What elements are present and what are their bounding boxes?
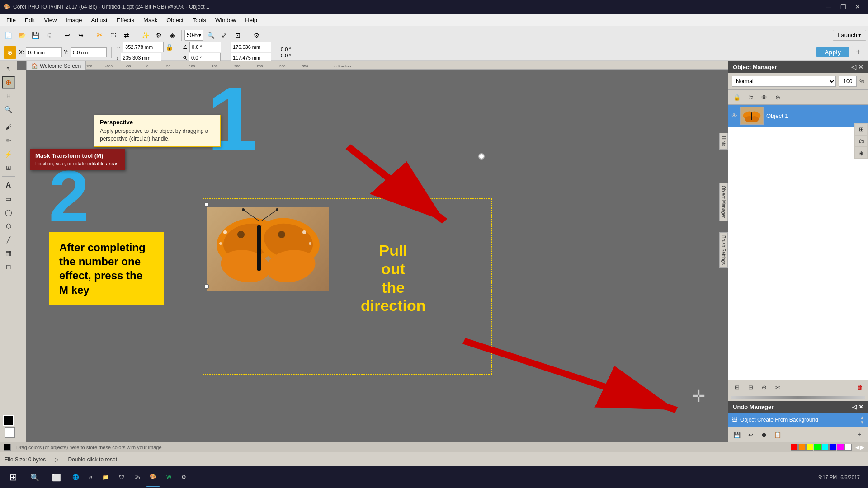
foreground-color[interactable]	[3, 415, 14, 426]
side-btn-3[interactable]: ◈	[855, 147, 867, 158]
object-manager-tab[interactable]: Object Manager	[719, 183, 728, 221]
menu-mask[interactable]: Mask	[139, 15, 162, 25]
object-layer-item[interactable]: 👁 Object 1	[728, 105, 868, 127]
w2-input[interactable]	[231, 42, 271, 52]
lock-button[interactable]: 🔒	[731, 92, 743, 103]
perspective-handle-tl[interactable]	[204, 202, 209, 207]
undo-close-button[interactable]: ✕	[859, 404, 863, 410]
side-btn-1[interactable]: ⊞	[855, 124, 867, 135]
eye-icon[interactable]: 👁	[731, 112, 737, 119]
rectangle-tool[interactable]: ▭	[2, 192, 15, 205]
text-tool[interactable]: A	[2, 179, 15, 192]
polygon-tool[interactable]: ⬡	[2, 220, 15, 232]
lock-icon[interactable]: 🔒	[165, 43, 173, 51]
taskbar-app2[interactable]: ⚙	[178, 468, 190, 487]
line-tool[interactable]: ╱	[2, 233, 15, 246]
welcome-tab[interactable]: 🏠 Welcome Screen	[26, 61, 86, 70]
effects-button[interactable]: ✨	[139, 29, 151, 42]
taskbar-store[interactable]: 🛍	[131, 468, 143, 487]
combine-button[interactable]: ⊕	[758, 382, 770, 393]
taskbar-corel[interactable]: 🎨	[146, 468, 160, 487]
swatch-orange[interactable]	[798, 444, 806, 451]
scroll-down-arrow[interactable]: ▼	[860, 420, 864, 425]
filter-button[interactable]: ⚙	[152, 29, 165, 42]
hints-tab[interactable]: Hints	[719, 133, 728, 150]
print-button[interactable]: 🖨	[42, 29, 55, 42]
paint-tool[interactable]: ✏	[2, 134, 15, 147]
menu-help[interactable]: Help	[241, 15, 262, 25]
taskbar-explorer[interactable]: 📁	[99, 468, 113, 487]
plus-button[interactable]: +	[852, 46, 864, 59]
settings-button[interactable]: ⚙	[250, 29, 263, 42]
crop-tool[interactable]: ⌗	[2, 89, 15, 102]
close-panel-button[interactable]: ✕	[858, 63, 863, 70]
color-right-arrow[interactable]: ▶	[860, 444, 864, 450]
taskbar-edge[interactable]: 🌐	[69, 468, 83, 487]
clone-tool[interactable]: ⊞	[2, 161, 15, 174]
perspective-handle-bl[interactable]	[204, 284, 209, 289]
swatch-green[interactable]	[814, 444, 821, 451]
menu-object[interactable]: Object	[162, 15, 188, 25]
status-icon[interactable]: ▷	[55, 456, 59, 463]
redo-button[interactable]: ↪	[75, 29, 87, 42]
add-undo-button[interactable]: +	[854, 429, 865, 440]
restore-button[interactable]: ❐	[836, 2, 850, 11]
crop-button[interactable]: ✂	[93, 29, 106, 42]
swatch-white[interactable]	[844, 444, 852, 451]
menu-tools[interactable]: Tools	[188, 15, 211, 25]
perspective-handle-tr[interactable]	[478, 153, 485, 160]
taskbar-word[interactable]: W	[163, 468, 175, 487]
zoom-to-fit[interactable]: ⤢	[218, 29, 231, 42]
show-desktop-button[interactable]	[862, 468, 864, 487]
taskbar-defender[interactable]: 🛡	[115, 468, 128, 487]
expand-button[interactable]: ◁	[851, 63, 856, 70]
open-button[interactable]: 📂	[15, 29, 28, 42]
y-input[interactable]	[71, 47, 107, 57]
brush-settings-tab[interactable]: Brush Settings	[719, 232, 728, 268]
record-button[interactable]: ⏺	[758, 429, 770, 440]
width-input[interactable]	[123, 42, 164, 52]
fill-tool[interactable]: ▦	[2, 247, 15, 259]
menu-file[interactable]: File	[2, 15, 20, 25]
circle-tool[interactable]: ◯	[2, 206, 15, 219]
zoom-tool[interactable]: 🔍	[2, 103, 15, 116]
apply-button[interactable]: Apply	[816, 47, 849, 57]
zoom-in-button[interactable]: 🔍	[204, 29, 217, 42]
side-btn-2[interactable]: 🗂	[855, 136, 867, 146]
transform-tool[interactable]: ⊕	[2, 76, 15, 89]
undo-expand-button[interactable]: ◁	[852, 404, 857, 410]
background-color[interactable]	[5, 427, 15, 438]
effect-tool[interactable]: ⚡	[2, 148, 15, 160]
menu-adjust[interactable]: Adjust	[86, 15, 112, 25]
scroll-up-arrow[interactable]: ▲	[860, 415, 864, 420]
menu-view[interactable]: View	[39, 15, 61, 25]
undo-item[interactable]: 🖼 Object Create From Background ▲ ▼	[728, 413, 868, 427]
opacity-input[interactable]	[839, 76, 857, 87]
color-black[interactable]	[4, 444, 11, 451]
script-button[interactable]: 📋	[772, 429, 783, 440]
start-button[interactable]: ⊞	[4, 468, 23, 487]
menu-window[interactable]: Window	[211, 15, 241, 25]
pick-tool[interactable]: ↖	[2, 62, 15, 75]
freehand-tool[interactable]: 🖌	[2, 121, 15, 133]
task-view-button[interactable]: ⬜	[47, 468, 66, 487]
visibility-button[interactable]: 👁	[758, 92, 770, 103]
group-button[interactable]: ⊞	[731, 382, 743, 393]
restore-button[interactable]: ↩	[745, 429, 756, 440]
save-button[interactable]: 💾	[29, 29, 42, 42]
clip-button[interactable]: ✂	[772, 382, 783, 393]
swatch-red[interactable]	[791, 444, 798, 451]
menu-image[interactable]: Image	[61, 15, 86, 25]
eraser-tool[interactable]: ◻	[2, 260, 15, 273]
save-state-button[interactable]: 💾	[731, 429, 743, 440]
taskbar-ie[interactable]: ℯ	[85, 468, 96, 487]
merge-button[interactable]: ⊕	[772, 92, 783, 103]
swatch-yellow[interactable]	[806, 444, 813, 451]
transform-button[interactable]: ⬚	[107, 29, 119, 42]
angle1-input[interactable]	[189, 42, 221, 52]
search-button[interactable]: 🔍	[25, 468, 44, 487]
ungroup-button[interactable]: ⊟	[745, 382, 756, 393]
blend-mode-select[interactable]: Normal Multiply Screen Overlay	[732, 76, 836, 87]
opacity-slider[interactable]	[731, 396, 865, 399]
close-button[interactable]: ✕	[851, 2, 864, 11]
